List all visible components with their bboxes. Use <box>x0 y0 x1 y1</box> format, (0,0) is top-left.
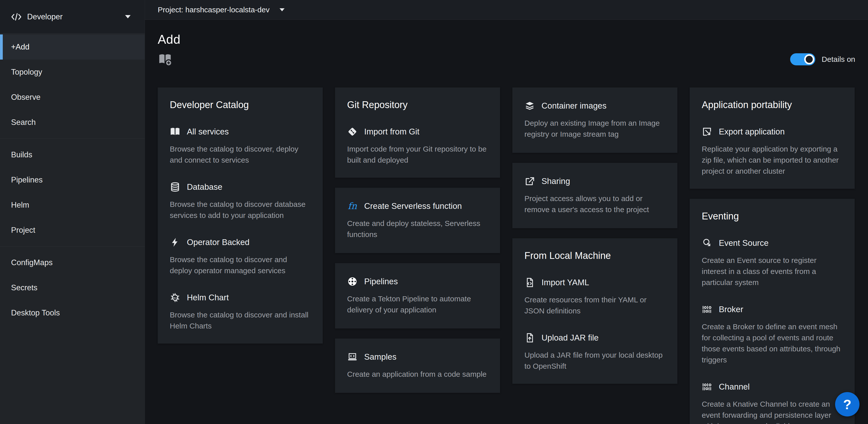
item-label: Operator Backed <box>187 237 249 247</box>
item-description: Create and deploy stateless, Serverless … <box>347 218 488 240</box>
item-description: Deploy an existing Image from an Image r… <box>524 118 665 140</box>
caret-down-icon <box>280 8 285 11</box>
channel-link[interactable]: Channel <box>702 381 843 392</box>
import-yaml-link[interactable]: Import YAML <box>524 277 665 288</box>
all-services-link[interactable]: All services <box>170 126 311 137</box>
import-from-git-link[interactable]: Import from Git <box>347 126 488 137</box>
sidebar-item-pipelines[interactable]: Pipelines <box>0 167 145 193</box>
export-application-link[interactable]: Export application <box>702 126 843 137</box>
item-label: Import YAML <box>541 278 589 287</box>
sidebar-item-project[interactable]: Project <box>0 218 145 243</box>
caret-down-icon <box>125 15 131 18</box>
card-title: Git Repository <box>347 100 488 110</box>
operator-backed-link[interactable]: Operator Backed <box>170 237 311 248</box>
file-upload-icon <box>524 333 535 343</box>
add-item-operator-backed: Operator Backed Browse the catalog to di… <box>170 237 311 276</box>
main-area: Project: harshcasper-localsta-dev Add De… <box>145 0 868 424</box>
serverless-fn-icon: fn <box>347 201 358 211</box>
sharing-link[interactable]: Sharing <box>524 176 665 187</box>
sidebar-item-configmaps[interactable]: ConfigMaps <box>0 250 145 275</box>
item-label: Broker <box>719 305 743 314</box>
toggle-switch[interactable] <box>790 53 815 65</box>
sidebar-item-add[interactable]: +Add <box>0 34 145 60</box>
card-column-3: Container images Deploy an existing Imag… <box>513 87 677 384</box>
add-item-all-services: All services Browse the catalog to disco… <box>170 126 311 166</box>
card-samples: Samples Create an application from a cod… <box>335 339 500 393</box>
add-item-export-application: Export application Replicate your applic… <box>702 126 843 177</box>
add-item-create-serverless-function: fn Create Serverless function Create and… <box>347 201 488 240</box>
svg-text:HELM: HELM <box>172 297 178 299</box>
add-item-import-yaml: Import YAML Create resources from their … <box>524 277 665 316</box>
project-selector[interactable]: Project: harshcasper-localsta-dev <box>158 5 285 14</box>
database-link[interactable]: Database <box>170 182 311 192</box>
item-label: Export application <box>719 127 785 137</box>
channel-icon <box>702 381 712 392</box>
item-description: Browse the catalog to discover, deploy a… <box>170 143 311 166</box>
add-item-helm-chart: HELM Helm Chart Browse the catalog to di… <box>170 292 311 332</box>
item-label: Import from Git <box>364 127 420 137</box>
card-developer-catalog: Developer Catalog All services <box>158 87 323 344</box>
page-header-row: Details on <box>158 52 855 66</box>
helm-icon: HELM <box>170 292 180 303</box>
item-label: Upload JAR file <box>541 333 598 343</box>
help-button[interactable]: ? <box>835 392 860 417</box>
item-label: Container images <box>541 101 607 111</box>
event-source-icon <box>702 238 712 248</box>
card-container-images: Container images Deploy an existing Imag… <box>513 87 677 153</box>
item-label: Sharing <box>541 176 570 186</box>
sidebar-item-observe[interactable]: Observe <box>0 85 145 110</box>
sidebar-nav: +Add Topology Observe Search Builds Pipe… <box>0 34 145 326</box>
samples-link[interactable]: Samples <box>347 351 488 362</box>
item-label: Samples <box>364 352 396 362</box>
item-description: Create a Broker to define an event mesh … <box>702 321 843 365</box>
item-description: Browse the catalog to discover and insta… <box>170 309 311 332</box>
add-item-container-images: Container images Deploy an existing Imag… <box>524 101 665 140</box>
share-icon <box>524 176 535 187</box>
sidebar-item-builds[interactable]: Builds <box>0 142 145 167</box>
item-label: Create Serverless function <box>364 201 462 211</box>
item-description: Replicate your application by exporting … <box>702 143 843 177</box>
item-description: Browse the catalog to discover database … <box>170 199 311 221</box>
item-label: Channel <box>719 382 750 392</box>
card-sharing: Sharing Project access allows you to add… <box>513 163 677 228</box>
item-label: Database <box>187 182 222 192</box>
card-pipelines: Pipelines Create a Tekton Pipeline to au… <box>335 263 500 329</box>
add-item-import-from-git: Import from Git Import code from your Gi… <box>347 126 488 166</box>
sidebar-item-search[interactable]: Search <box>0 110 145 135</box>
add-item-database: Database Browse the catalog to discover … <box>170 182 311 221</box>
item-label: All services <box>187 127 229 137</box>
upload-jar-file-link[interactable]: Upload JAR file <box>524 333 665 343</box>
card-title: Application portability <box>702 100 843 110</box>
create-serverless-function-link[interactable]: fn Create Serverless function <box>347 201 488 211</box>
git-icon <box>347 126 358 137</box>
container-images-link[interactable]: Container images <box>524 101 665 111</box>
project-bar: Project: harshcasper-localsta-dev <box>145 0 868 20</box>
event-source-link[interactable]: Event Source <box>702 238 843 248</box>
item-description: Upload a JAR file from your local deskto… <box>524 349 665 372</box>
pipelines-link[interactable]: Pipelines <box>347 276 488 287</box>
catalog-book-icon <box>170 126 180 137</box>
details-toggle[interactable]: Details on <box>790 53 855 65</box>
card-title: Developer Catalog <box>170 100 311 110</box>
samples-laptop-icon <box>347 351 358 362</box>
item-label: Pipelines <box>364 277 398 286</box>
item-description: Import code from your Git repository to … <box>347 143 488 166</box>
perspective-switcher[interactable]: Developer <box>0 0 145 34</box>
sidebar-item-helm[interactable]: Helm <box>0 193 145 218</box>
helm-chart-link[interactable]: HELM Helm Chart <box>170 292 311 303</box>
item-description: Create resources from their YAML or JSON… <box>524 294 665 316</box>
sidebar-item-secrets[interactable]: Secrets <box>0 275 145 300</box>
add-item-sharing: Sharing Project access allows you to add… <box>524 176 665 215</box>
item-description: Browse the catalog to discover and deplo… <box>170 254 311 276</box>
file-code-icon <box>524 277 535 288</box>
item-description: Create an application from a code sample <box>347 369 488 380</box>
sidebar-item-topology[interactable]: Topology <box>0 60 145 85</box>
add-item-broker: Broker Create a Broker to define an even… <box>702 304 843 365</box>
sidebar-item-desktop-tools[interactable]: Desktop Tools <box>0 300 145 326</box>
card-column-1: Developer Catalog All services <box>158 87 323 344</box>
add-item-upload-jar-file: Upload JAR file Upload a JAR file from y… <box>524 333 665 372</box>
broker-link[interactable]: Broker <box>702 304 843 315</box>
add-cards-grid: Developer Catalog All services <box>158 87 855 424</box>
item-description: Project access allows you to add or remo… <box>524 193 665 215</box>
add-item-channel: Channel Create a Knative Channel to crea… <box>702 381 843 424</box>
